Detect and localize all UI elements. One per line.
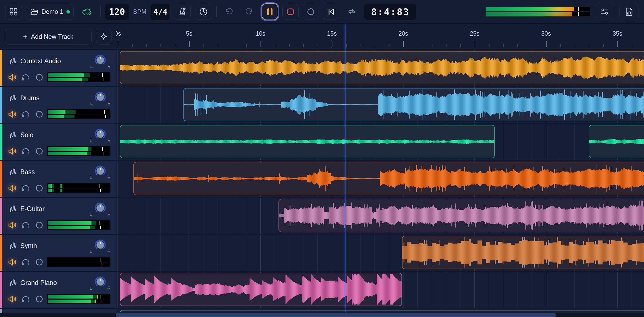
pan-knob[interactable]: [94, 91, 107, 104]
mute-button[interactable]: [7, 183, 17, 193]
meter-right-bar: [48, 152, 109, 155]
record-arm-button[interactable]: [34, 72, 44, 82]
pan-knob[interactable]: [94, 201, 107, 214]
ruler-minor-tick: [589, 44, 589, 47]
audio-clip[interactable]: [120, 310, 644, 313]
pan-right-label: R: [107, 138, 110, 143]
record-arm-button[interactable]: [34, 294, 44, 304]
cloud-sync-button[interactable]: [78, 4, 96, 20]
pan-left-label: L: [90, 138, 92, 143]
topbar-right-cluster: [486, 2, 639, 21]
loop-icon: [347, 8, 356, 16]
mute-button[interactable]: [7, 294, 17, 304]
ruler-major-tick: [261, 41, 261, 47]
track-header[interactable]: Solo L R: [0, 124, 116, 160]
count-in-button[interactable]: [195, 4, 212, 20]
mute-button[interactable]: [7, 146, 17, 156]
audio-clip[interactable]: [278, 199, 644, 232]
mute-button[interactable]: [7, 109, 17, 119]
ai-assistant-button[interactable]: [96, 29, 112, 45]
record-arm-button[interactable]: [34, 257, 44, 267]
track-lane[interactable]: [116, 235, 644, 271]
track-header[interactable]: Grand Piano L R: [0, 272, 116, 308]
track-header[interactable]: Context Audio L R: [0, 50, 116, 86]
track-lane[interactable]: [116, 87, 644, 123]
solo-button[interactable]: [21, 72, 31, 82]
pan-knob[interactable]: [94, 238, 107, 251]
track-header[interactable]: Synth L R: [0, 235, 116, 271]
meter-left-bar: [48, 221, 109, 225]
record-arm-icon: [35, 73, 44, 81]
pan-knob[interactable]: [94, 164, 107, 177]
track-header[interactable]: Drums L R: [0, 87, 116, 123]
project-menu-button[interactable]: Demo 1: [26, 4, 74, 20]
metronome-button[interactable]: [174, 4, 191, 20]
track-header[interactable]: E-Guitar L R: [0, 198, 116, 234]
ruler-minor-tick: [318, 44, 318, 47]
mixer-settings-button[interactable]: [595, 2, 614, 21]
record-arm-button[interactable]: [34, 183, 44, 193]
waveform-canvas: [120, 273, 402, 306]
time-display[interactable]: 8:4:83: [364, 4, 416, 20]
track-lane[interactable]: [116, 124, 644, 160]
track-lane[interactable]: [116, 272, 644, 308]
pause-button[interactable]: [262, 3, 278, 20]
ruler-minor-tick: [432, 44, 432, 47]
loop-button[interactable]: [343, 4, 360, 20]
waveform-canvas: [589, 125, 644, 158]
meter-right-bar: [48, 189, 109, 192]
daw-app: Demo 1 120 BPM 4/4: [0, 0, 644, 317]
master-meter-left-bar: [486, 7, 590, 11]
stop-button[interactable]: [282, 4, 299, 20]
scrollbar-thumb[interactable]: [116, 313, 556, 317]
undo-button[interactable]: [221, 4, 237, 20]
export-audio-button[interactable]: [620, 2, 639, 21]
audio-clip[interactable]: [183, 88, 644, 121]
mute-button[interactable]: [7, 257, 17, 267]
headphones-icon: [21, 110, 30, 118]
record-arm-button[interactable]: [34, 109, 44, 119]
audio-clip[interactable]: [402, 236, 644, 269]
solo-button[interactable]: [21, 183, 31, 193]
pan-knob[interactable]: [94, 54, 107, 67]
time-signature-field[interactable]: 4/4: [151, 4, 170, 20]
track-lane[interactable]: [116, 198, 644, 234]
audio-clip[interactable]: [589, 125, 644, 158]
record-arm-button[interactable]: [34, 146, 44, 156]
bpm-label: BPM: [133, 8, 146, 15]
pan-knob[interactable]: [94, 275, 107, 288]
horizontal-scrollbar[interactable]: [0, 313, 644, 317]
solo-button[interactable]: [21, 220, 31, 230]
track-lane[interactable]: [116, 50, 644, 86]
mute-button[interactable]: [7, 220, 17, 230]
track-row: Solo L R: [0, 124, 644, 160]
ruler-major-tick: [332, 41, 332, 47]
audio-clip[interactable]: [120, 273, 402, 306]
record-arm-icon: [35, 110, 44, 118]
track-level-meter: [47, 294, 110, 304]
solo-button[interactable]: [21, 146, 31, 156]
track-header[interactable]: Bass L R: [0, 161, 116, 197]
solo-button[interactable]: [21, 294, 31, 304]
track-header: [0, 309, 116, 313]
audio-clip[interactable]: [133, 162, 644, 195]
audio-clip[interactable]: [120, 51, 644, 84]
bpm-value-field[interactable]: 120: [105, 4, 129, 20]
track-lane[interactable]: [116, 161, 644, 197]
playhead[interactable]: [345, 24, 345, 313]
record-button[interactable]: [303, 4, 319, 20]
ruler-minor-tick: [460, 44, 461, 47]
redo-button[interactable]: [241, 4, 257, 20]
ruler-time-label: 20s: [398, 30, 408, 37]
record-arm-button[interactable]: [34, 220, 44, 230]
solo-button[interactable]: [21, 109, 31, 119]
timeline-ruler[interactable]: 0s5s10s15s20s25s30s35s: [116, 24, 644, 49]
pan-knob[interactable]: [94, 128, 107, 141]
add-new-track-button[interactable]: + Add New Track: [5, 29, 92, 45]
audio-clip[interactable]: [120, 125, 495, 158]
mute-button[interactable]: [7, 72, 17, 82]
go-to-start-button[interactable]: [323, 4, 339, 20]
solo-button[interactable]: [21, 257, 31, 267]
apps-grid-button[interactable]: [5, 4, 22, 20]
ruler-minor-tick: [203, 44, 204, 47]
